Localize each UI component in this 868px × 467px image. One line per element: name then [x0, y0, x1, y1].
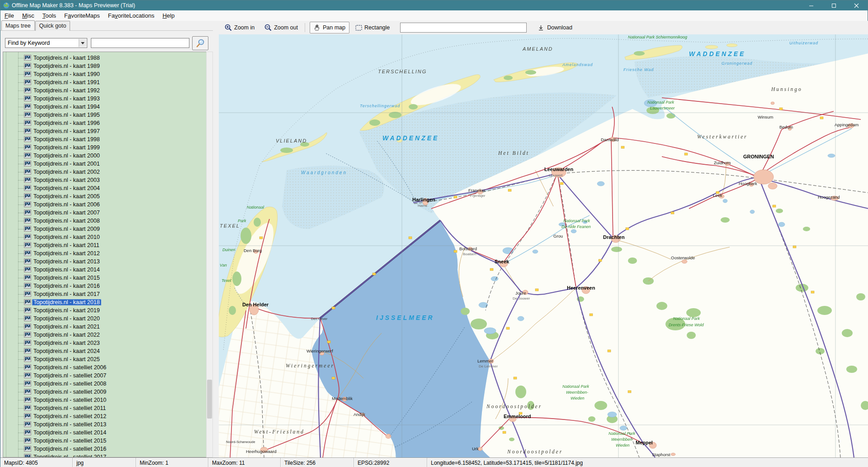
- menu-help[interactable]: Help: [158, 11, 179, 20]
- tree-item[interactable]: Topotijdreis.nl - satelliet 2017: [3, 453, 206, 457]
- tree-item-label: Topotijdreis.nl - kaart 1991: [32, 79, 101, 86]
- tree-item[interactable]: Topotijdreis.nl - kaart 2012: [3, 249, 206, 257]
- tree-item[interactable]: Topotijdreis.nl - kaart 1997: [3, 127, 206, 135]
- tree-item-label: Topotijdreis.nl - kaart 2019: [32, 307, 101, 314]
- tree-item[interactable]: Topotijdreis.nl - kaart 1994: [3, 103, 206, 111]
- tree-item-label: Topotijdreis.nl - kaart 2005: [32, 193, 101, 200]
- tree-item[interactable]: Topotijdreis.nl - kaart 1991: [3, 78, 206, 86]
- tree-item[interactable]: Topotijdreis.nl - kaart 2019: [3, 306, 206, 315]
- tree-item[interactable]: Topotijdreis.nl - kaart 1995: [3, 111, 206, 119]
- map-label: Nationaal Park: [562, 384, 590, 389]
- map-label: Boalsert: [463, 252, 476, 256]
- tree-item[interactable]: Topotijdreis.nl - kaart 1992: [3, 86, 206, 95]
- map-label: Andijk: [354, 412, 365, 417]
- map-label: Meppel: [636, 440, 653, 445]
- map-label: IJSSELMEER: [376, 314, 434, 321]
- map-layer-icon: [24, 372, 31, 378]
- tree-item[interactable]: Topotijdreis.nl - kaart 2018: [3, 298, 206, 306]
- tree-item[interactable]: Topotijdreis.nl - kaart 2017: [3, 290, 206, 298]
- tree-item[interactable]: Topotijdreis.nl - kaart 1990: [3, 70, 206, 78]
- map-layer-icon: [24, 356, 31, 362]
- menu-favoritemaps[interactable]: FavoriteMaps: [60, 11, 104, 20]
- map-layer-icon: [24, 234, 31, 240]
- tree-item[interactable]: Topotijdreis.nl - kaart 2020: [3, 315, 206, 323]
- find-mode-value: Find by Keyword: [8, 40, 50, 46]
- tree-item[interactable]: Topotijdreis.nl - kaart 2007: [3, 209, 206, 217]
- tree-item[interactable]: Topotijdreis.nl - kaart 2021: [3, 323, 206, 331]
- tree-item[interactable]: Topotijdreis.nl - satelliet 2016: [3, 445, 206, 453]
- tree-item[interactable]: Topotijdreis.nl - kaart 1993: [3, 95, 206, 103]
- map-label: Leek: [713, 193, 722, 198]
- tree-item[interactable]: Topotijdreis.nl - kaart 2023: [3, 339, 206, 347]
- search-input[interactable]: [91, 38, 189, 48]
- tree-item[interactable]: Topotijdreis.nl - satelliet 2015: [3, 437, 206, 445]
- tree-item[interactable]: Topotijdreis.nl - kaart 2008: [3, 217, 206, 225]
- maps-tree[interactable]: Topotijdreis.nl - kaart 1988 Topotijdrei…: [3, 52, 206, 457]
- find-mode-dropdown[interactable]: Find by Keyword: [5, 38, 87, 48]
- tree-item[interactable]: Topotijdreis.nl - kaart 2000: [3, 152, 206, 160]
- tree-item[interactable]: Topotijdreis.nl - kaart 2024: [3, 347, 206, 355]
- tree-item[interactable]: Topotijdreis.nl - satelliet 2008: [3, 380, 206, 388]
- pan-map-button[interactable]: Pan map: [310, 22, 349, 33]
- map-label: Drachten: [603, 234, 625, 240]
- search-button[interactable]: [192, 36, 208, 50]
- tree-item[interactable]: Topotijdreis.nl - kaart 2009: [3, 225, 206, 233]
- tree-item[interactable]: Topotijdreis.nl - kaart 2013: [3, 257, 206, 266]
- tree-item[interactable]: Topotijdreis.nl - kaart 2022: [3, 331, 206, 339]
- map-label: Harns: [418, 204, 427, 208]
- tree-item[interactable]: Topotijdreis.nl - satelliet 2013: [3, 420, 206, 429]
- zoom-in-button[interactable]: Zoom in: [221, 22, 259, 33]
- menu-favoritelocations[interactable]: FavoriteLocations: [104, 11, 159, 20]
- toolbar-input[interactable]: [400, 23, 527, 33]
- maximize-button[interactable]: [822, 0, 845, 10]
- menu-misc[interactable]: Misc: [18, 11, 38, 20]
- tree-item[interactable]: Topotijdreis.nl - kaart 2001: [3, 160, 206, 168]
- tree-item[interactable]: Topotijdreis.nl - kaart 2004: [3, 184, 206, 192]
- menu-file[interactable]: File: [0, 11, 18, 20]
- tree-item[interactable]: Topotijdreis.nl - kaart 2015: [3, 274, 206, 282]
- map-viewport[interactable]: WADDENZEEWADDENZEEIJSSELMEERUithuizerwad…: [219, 34, 868, 457]
- minimize-button[interactable]: [800, 0, 822, 10]
- tree-item[interactable]: Topotijdreis.nl - satelliet 2012: [3, 412, 206, 420]
- tree-scrollbar[interactable]: [206, 52, 213, 457]
- chevron-down-icon: [79, 39, 86, 47]
- tree-scrollbar-thumb[interactable]: [207, 380, 212, 419]
- tree-item[interactable]: Topotijdreis.nl - satelliet 2010: [3, 396, 206, 404]
- tree-item[interactable]: Topotijdreis.nl - satelliet 2009: [3, 388, 206, 396]
- tree-item[interactable]: Topotijdreis.nl - satelliet 2007: [3, 372, 206, 380]
- tree-item-label: Topotijdreis.nl - kaart 2017: [32, 291, 101, 297]
- tree-item[interactable]: Topotijdreis.nl - satelliet 2011: [3, 404, 206, 412]
- tree-item-label: Topotijdreis.nl - kaart 1988: [32, 55, 101, 61]
- tree-item[interactable]: Topotijdreis.nl - kaart 1989: [3, 62, 206, 70]
- tree-item[interactable]: Topotijdreis.nl - satelliet 2006: [3, 363, 206, 372]
- tree-item[interactable]: Topotijdreis.nl - kaart 2003: [3, 176, 206, 184]
- close-button[interactable]: [845, 0, 868, 10]
- rectangle-button[interactable]: Rectangle: [351, 22, 394, 33]
- zoom-out-button[interactable]: Zoom out: [260, 22, 302, 33]
- menu-tools[interactable]: Tools: [38, 11, 60, 20]
- tree-item[interactable]: Topotijdreis.nl - kaart 2006: [3, 200, 206, 209]
- tree-item[interactable]: Topotijdreis.nl - kaart 2002: [3, 168, 206, 176]
- map-label: Drents-Friese Wold: [669, 323, 704, 327]
- tab-maps-tree[interactable]: Maps tree: [1, 20, 35, 30]
- map-label: Bedum: [779, 124, 793, 129]
- tree-item[interactable]: Topotijdreis.nl - satelliet 2014: [3, 429, 206, 437]
- tab-quick-goto[interactable]: Quick goto: [35, 21, 71, 31]
- map-label: De Lemmer: [479, 364, 498, 368]
- tree-item[interactable]: Topotijdreis.nl - kaart 2025: [3, 355, 206, 363]
- tree-item[interactable]: Topotijdreis.nl - kaart 2016: [3, 282, 206, 290]
- tree-item[interactable]: Topotijdreis.nl - kaart 1998: [3, 135, 206, 143]
- map-layer-icon: [24, 250, 31, 256]
- map-layer-icon: [24, 112, 31, 118]
- tree-item[interactable]: Topotijdreis.nl - kaart 1999: [3, 143, 206, 152]
- tree-item[interactable]: Topotijdreis.nl - kaart 2011: [3, 241, 206, 249]
- tree-item[interactable]: Topotijdreis.nl - kaart 2005: [3, 192, 206, 200]
- tree-item[interactable]: Topotijdreis.nl - kaart 1988: [3, 54, 206, 62]
- title-bar[interactable]: Offline Map Maker 8.383 - Maps Previewer…: [0, 0, 868, 10]
- tree-item[interactable]: Topotijdreis.nl - kaart 1996: [3, 119, 206, 127]
- tree-item-label: Topotijdreis.nl - kaart 2016: [32, 283, 101, 289]
- tree-item[interactable]: Topotijdreis.nl - kaart 2014: [3, 266, 206, 274]
- map-canvas[interactable]: WADDENZEEWADDENZEEIJSSELMEERUithuizerwad…: [219, 34, 868, 457]
- tree-item[interactable]: Topotijdreis.nl - kaart 2010: [3, 233, 206, 241]
- download-button[interactable]: Download: [534, 23, 576, 33]
